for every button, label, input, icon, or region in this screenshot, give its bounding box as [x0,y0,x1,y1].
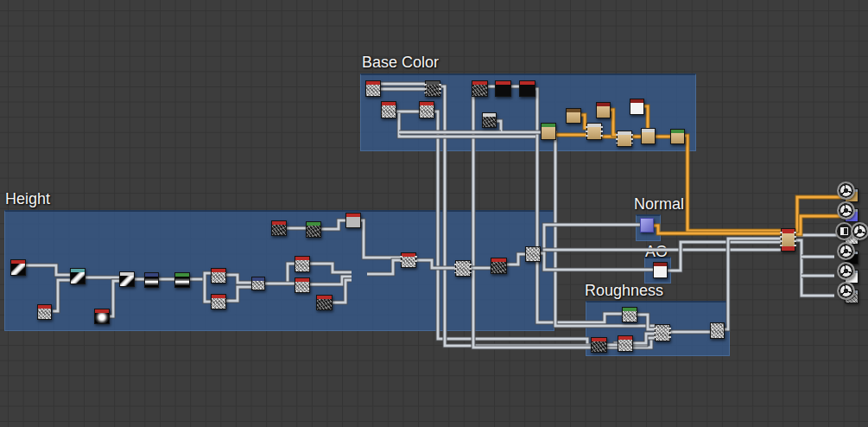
node-thumbnail [307,226,320,237]
wire-gray [668,242,782,271]
node-output-pins [794,232,796,248]
node-h-levels-1[interactable] [144,272,159,288]
wire-gray [265,264,295,284]
node-bc-tan-up-1[interactable] [566,108,581,124]
node-thumbnail [567,112,580,123]
node-h-dirt-2[interactable] [271,220,287,236]
node-bc-noise-3[interactable] [419,101,434,118]
node-thumbnail [491,262,506,273]
node-material-node[interactable] [781,228,795,252]
graph-canvas[interactable]: Base ColorHeightNormalAORoughness [0,0,868,427]
node-h-blend-2[interactable] [401,252,416,268]
node-thumbnail [175,277,189,287]
node-h-gradient-1[interactable] [10,259,26,276]
node-thumbnail [640,218,654,233]
node-h-noise-4[interactable] [295,277,310,293]
node-output-pins [415,256,417,264]
node-bc-blend-1[interactable] [425,80,440,97]
node-h-flat-1[interactable] [345,213,361,228]
node-bc-black-2[interactable] [519,80,535,97]
node-bc-tan-5[interactable] [670,129,685,144]
node-output-pins [630,134,633,143]
node-thumbnail [618,135,631,146]
wire-gray [668,242,782,271]
node-bc-gray-blend[interactable] [482,112,497,128]
wire-orange [685,136,782,231]
node-thumbnail [483,117,496,127]
node-thumbnail [420,105,434,118]
node-thumbnail [597,106,610,118]
wire-gray [725,239,782,329]
node-r-final[interactable] [710,322,725,339]
wire-gray [205,277,211,302]
node-thumbnail [212,272,225,283]
node-h-curve-1[interactable] [174,272,190,288]
node-h-shape-sphere[interactable] [94,309,110,324]
node-thumbnail [472,85,487,96]
node-r-noise[interactable] [618,335,633,352]
output-usage-wedge-icon [837,262,855,280]
node-thumbnail [212,298,225,309]
node-thumbnail [587,127,601,139]
node-bc-tan-up-2[interactable] [596,102,611,118]
node-thumbnail [252,281,264,290]
node-h-blend-3[interactable] [455,260,471,277]
wire-gray [367,260,401,274]
node-h-blend-1[interactable] [251,277,265,290]
node-r-blend[interactable] [655,324,670,341]
node-thumbnail [120,276,134,286]
node-h-noise-1[interactable] [211,268,226,284]
node-h-dirt-3[interactable] [491,258,507,274]
wire-gray [190,273,211,279]
node-bc-black-1[interactable] [495,80,511,97]
node-thumbnail [642,132,655,143]
node-bc-tan-2[interactable] [586,123,602,140]
node-r-dirt[interactable] [591,337,607,353]
wire-gray [434,112,592,345]
wire-gray [265,264,295,284]
node-thumbnail [95,313,109,323]
node-thumbnail [38,309,51,319]
wire-gray [226,275,251,283]
node-input-pins [654,328,656,338]
node-h-noise-2[interactable] [211,294,226,309]
node-input-pins [586,126,588,137]
node-thumbnail [71,272,85,284]
node-thumbnail [295,260,309,271]
node-thumbnail [145,277,158,287]
node-ao-node[interactable] [653,262,668,278]
node-input-pins [780,232,782,248]
node-output-pins [668,328,671,338]
node-bc-white-up[interactable] [630,99,644,115]
node-bc-tan-3[interactable] [617,131,632,147]
output-usage-wedge-icon [837,242,855,260]
output-usage-wedge-icon [837,282,855,300]
node-thumbnail [11,264,25,275]
node-thumbnail [630,103,643,114]
node-input-pins [454,264,457,273]
node-normal-node[interactable] [640,218,654,233]
node-output-pins [600,126,603,137]
node-input-pins [424,84,427,93]
node-h-gradient-3[interactable] [119,271,135,287]
node-bc-uniform-1[interactable] [365,80,381,97]
node-thumbnail [671,133,684,143]
node-thumbnail [346,217,360,227]
wire-gray [53,280,71,311]
node-bc-speck-1[interactable] [472,80,488,97]
node-h-noise-3[interactable] [295,256,310,272]
node-r-moss[interactable] [622,307,637,322]
node-thumbnail [592,341,606,352]
node-h-gradient-2[interactable] [70,268,86,284]
wire-gray [434,112,592,345]
node-h-final[interactable] [525,246,541,262]
node-bc-tan-1[interactable] [541,123,556,140]
node-h-noise-small[interactable] [37,304,52,320]
node-h-moss-1[interactable] [306,221,321,238]
node-thumbnail [656,325,669,341]
node-bc-tan-4[interactable] [641,128,656,144]
node-thumbnail [520,85,535,96]
node-h-dirt-1[interactable] [316,295,333,310]
node-bc-noise-2[interactable] [381,101,396,118]
node-thumbnail [542,127,555,139]
